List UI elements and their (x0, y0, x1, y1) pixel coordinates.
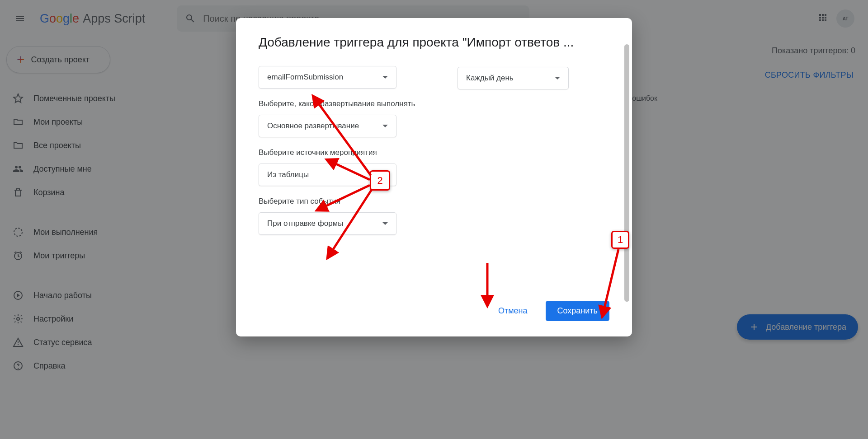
deployment-label: Выберите, какое развертывание выполнять (259, 99, 430, 108)
chevron-down-icon (382, 76, 388, 79)
chevron-down-icon (382, 125, 388, 127)
annotation-box-2: 2 (370, 170, 390, 191)
event-type-dropdown[interactable]: При отправке формы (259, 212, 396, 235)
add-trigger-modal: Добавление триггера для проекта "Импорт … (236, 18, 632, 336)
event-type-label: Выберите тип события (259, 197, 430, 206)
notification-frequency-dropdown[interactable]: Каждый день (458, 67, 569, 89)
event-source-label: Выберите источник мероприятия (259, 148, 430, 157)
modal-overlay: Добавление триггера для проекта "Импорт … (0, 0, 868, 439)
cancel-button[interactable]: Отмена (489, 301, 537, 321)
deployment-dropdown[interactable]: Основное развертывание (259, 115, 396, 137)
modal-title: Добавление триггера для проекта "Импорт … (259, 35, 609, 50)
modal-scrollbar[interactable] (624, 44, 629, 302)
annotation-box-1: 1 (611, 231, 629, 249)
chevron-down-icon (382, 222, 388, 225)
function-dropdown[interactable]: emailFormSubmission (259, 66, 396, 89)
save-button[interactable]: Сохранить (546, 301, 609, 321)
chevron-down-icon (555, 77, 560, 79)
